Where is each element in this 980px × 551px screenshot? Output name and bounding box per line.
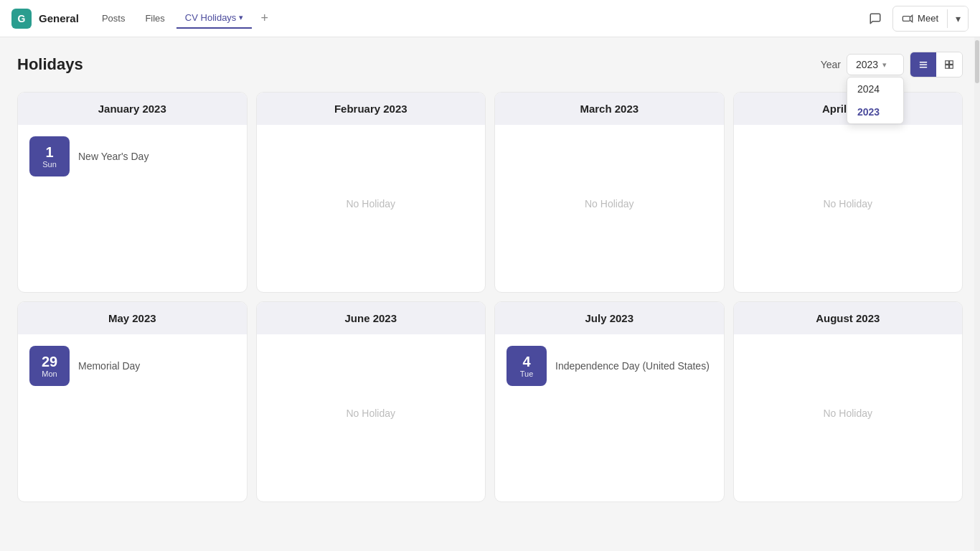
svg-rect-5 xyxy=(950,61,953,65)
holiday-date-badge: 29 Mon xyxy=(29,346,70,386)
chat-icon-button[interactable] xyxy=(864,7,887,30)
year-select-button[interactable]: 2023 ▾ xyxy=(847,54,904,75)
svg-rect-6 xyxy=(946,65,949,69)
view-toggle xyxy=(910,52,963,77)
month-card-2: March 2023No Holiday xyxy=(494,92,725,293)
month-body-5: No Holiday xyxy=(257,334,486,492)
month-body-6: 4 Tue Independence Day (United States) xyxy=(495,334,724,492)
holiday-item-4-0: 29 Mon Memorial Day xyxy=(29,346,235,386)
nav-tab-files[interactable]: Files xyxy=(136,9,173,28)
scrollbar[interactable] xyxy=(974,37,980,551)
meet-dropdown-arrow[interactable]: ▾ xyxy=(948,6,968,31)
svg-rect-2 xyxy=(920,64,928,65)
year-dropdown-menu: 2024 2023 xyxy=(847,77,904,124)
badge-weekday: Sun xyxy=(42,160,57,169)
nav-tabs: Posts Files CV Holidays ▾ + xyxy=(93,8,864,29)
month-header-6: July 2023 xyxy=(495,302,724,334)
svg-rect-3 xyxy=(920,67,928,67)
nav-tab-cv-holidays[interactable]: CV Holidays ▾ xyxy=(176,8,253,29)
list-view-button[interactable] xyxy=(910,52,936,77)
add-tab-button[interactable]: + xyxy=(255,8,274,29)
page-title: Holidays xyxy=(17,55,83,74)
month-body-4: 29 Mon Memorial Day xyxy=(18,334,247,492)
app-title: General xyxy=(39,12,79,24)
main-content: Holidays Year 2023 ▾ 2024 2023 xyxy=(0,37,980,551)
month-body-1: No Holiday xyxy=(257,125,486,283)
year-option-2023[interactable]: 2023 xyxy=(847,100,903,123)
holiday-date-badge: 1 Sun xyxy=(29,136,70,176)
app-logo: G xyxy=(11,9,32,29)
svg-rect-7 xyxy=(950,65,953,69)
year-option-2024[interactable]: 2024 xyxy=(847,77,903,100)
nav-tab-posts[interactable]: Posts xyxy=(93,9,134,28)
svg-rect-1 xyxy=(920,62,928,62)
month-header-0: January 2023 xyxy=(18,93,247,125)
no-holiday-label: No Holiday xyxy=(268,346,474,481)
page-header: Holidays Year 2023 ▾ 2024 2023 xyxy=(17,52,963,77)
no-holiday-label: No Holiday xyxy=(507,136,712,271)
badge-day: 1 xyxy=(45,144,53,160)
month-header-7: August 2023 xyxy=(734,302,963,334)
month-card-7: August 2023No Holiday xyxy=(733,301,963,502)
year-dropdown[interactable]: 2023 ▾ 2024 2023 xyxy=(847,54,904,75)
svg-rect-0 xyxy=(903,16,910,21)
badge-weekday: Tue xyxy=(520,369,534,378)
month-card-1: February 2023No Holiday xyxy=(256,92,486,293)
month-body-0: 1 Sun New Year's Day xyxy=(18,125,247,283)
month-header-2: March 2023 xyxy=(495,93,724,125)
scroll-thumb xyxy=(975,40,979,83)
grid-view-button[interactable] xyxy=(936,52,962,77)
month-card-0: January 2023 1 Sun New Year's Day xyxy=(17,92,248,293)
no-holiday-label: No Holiday xyxy=(745,346,951,481)
year-label: Year xyxy=(821,59,841,70)
month-body-3: No Holiday xyxy=(734,125,963,283)
holiday-item-0-0: 1 Sun New Year's Day xyxy=(29,136,235,176)
month-header-5: June 2023 xyxy=(257,302,486,334)
month-card-6: July 2023 4 Tue Independence Day (United… xyxy=(494,301,725,502)
holiday-name: Memorial Day xyxy=(78,360,140,372)
no-holiday-label: No Holiday xyxy=(745,136,951,271)
meet-button[interactable]: Meet xyxy=(893,9,948,28)
month-card-4: May 2023 29 Mon Memorial Day xyxy=(17,301,248,502)
calendar-grid: January 2023 1 Sun New Year's DayFebruar… xyxy=(17,92,963,502)
month-header-4: May 2023 xyxy=(18,302,247,334)
month-header-1: February 2023 xyxy=(257,93,486,125)
no-holiday-label: No Holiday xyxy=(268,136,474,271)
month-body-7: No Holiday xyxy=(734,334,963,492)
badge-day: 4 xyxy=(522,354,530,369)
chevron-down-icon: ▾ xyxy=(882,60,887,70)
holiday-item-6-0: 4 Tue Independence Day (United States) xyxy=(507,346,712,386)
holiday-date-badge: 4 Tue xyxy=(507,346,547,386)
month-body-2: No Holiday xyxy=(495,125,724,283)
badge-weekday: Mon xyxy=(42,369,57,378)
svg-rect-4 xyxy=(946,61,949,65)
holiday-name: Independence Day (United States) xyxy=(555,360,710,372)
header-controls: Year 2023 ▾ 2024 2023 xyxy=(821,52,963,77)
badge-day: 29 xyxy=(42,354,57,369)
month-card-5: June 2023No Holiday xyxy=(256,301,486,502)
nav-right: Meet ▾ xyxy=(864,6,969,32)
holiday-name: New Year's Day xyxy=(78,151,149,162)
top-nav: G General Posts Files CV Holidays ▾ + Me… xyxy=(0,0,980,37)
chevron-down-icon: ▾ xyxy=(239,13,243,22)
